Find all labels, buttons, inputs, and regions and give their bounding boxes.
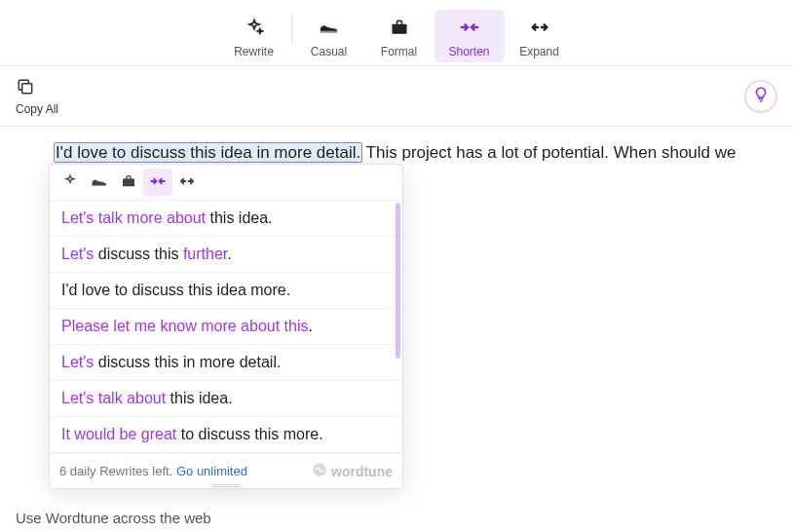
expand-icon bbox=[529, 16, 550, 39]
casual-label: Casual bbox=[311, 45, 347, 58]
suggestion-item[interactable]: Let's talk about this idea. bbox=[50, 381, 402, 417]
suggestion-item[interactable]: It would be great to discuss this more. bbox=[50, 417, 402, 453]
shorten-button[interactable]: Shorten bbox=[434, 10, 505, 62]
main-toolbar: Rewrite Casual Formal Shorten Expand bbox=[0, 0, 793, 66]
rewrite-button[interactable]: Rewrite bbox=[219, 10, 289, 62]
brand-badge[interactable]: wordtune bbox=[312, 462, 393, 480]
copy-all-button[interactable]: Copy All bbox=[16, 77, 58, 116]
briefcase-icon bbox=[390, 16, 409, 39]
suggestion-list: Let's talk more about this idea.Let's di… bbox=[50, 201, 402, 453]
formal-label: Formal bbox=[381, 45, 417, 58]
selected-text[interactable]: I'd love to discuss this idea in more de… bbox=[55, 143, 361, 162]
suggestion-highlight: It would be great bbox=[61, 426, 176, 442]
brand-text: wordtune bbox=[331, 464, 393, 479]
scrollbar-thumb[interactable] bbox=[396, 203, 400, 359]
suggestion-item[interactable]: Let's discuss this further. bbox=[50, 237, 402, 273]
idea-button[interactable] bbox=[744, 80, 777, 113]
suggestion-text: to discuss this more. bbox=[176, 426, 322, 442]
suggestion-highlight: Let's talk about bbox=[61, 390, 166, 406]
shorten-icon bbox=[459, 16, 480, 39]
shorten-label: Shorten bbox=[448, 45, 489, 58]
divider bbox=[291, 14, 292, 43]
page-hint: Use Wordtune across the web bbox=[16, 510, 211, 526]
popup-rewrite-button[interactable] bbox=[56, 169, 85, 196]
suggestion-highlight: Let's bbox=[61, 354, 94, 370]
go-unlimited-link[interactable]: Go unlimited bbox=[176, 464, 247, 478]
suggestion-text: discuss this in more detail. bbox=[94, 354, 281, 370]
svg-rect-0 bbox=[320, 31, 337, 33]
sneaker-icon bbox=[319, 16, 340, 39]
suggestion-item[interactable]: I'd love to discuss this idea more. bbox=[50, 273, 402, 309]
rewrites-left-text: 6 daily Rewrites left. bbox=[59, 464, 176, 478]
secondary-bar: Copy All bbox=[0, 66, 793, 127]
suggestion-item[interactable]: Please let me know more about this. bbox=[50, 309, 402, 345]
formal-button[interactable]: Formal bbox=[364, 10, 434, 62]
suggestion-highlight: Let's bbox=[61, 246, 94, 262]
suggestion-highlight: further bbox=[183, 246, 227, 262]
popup-footer: 6 daily Rewrites left. Go unlimited word… bbox=[50, 453, 402, 488]
copy-all-label: Copy All bbox=[16, 102, 58, 116]
suggestion-text: discuss this bbox=[94, 246, 183, 262]
expand-label: Expand bbox=[519, 45, 559, 58]
sparkle-icon bbox=[245, 16, 264, 39]
suggestion-popup: Let's talk more about this idea.Let's di… bbox=[49, 164, 403, 489]
suggestion-item[interactable]: Let's discuss this in more detail. bbox=[50, 345, 402, 381]
rewrite-label: Rewrite bbox=[234, 45, 274, 58]
expand-icon bbox=[178, 174, 196, 190]
copy-icon bbox=[16, 77, 35, 98]
casual-button[interactable]: Casual bbox=[294, 10, 364, 62]
suggestion-text: this idea. bbox=[206, 209, 272, 226]
resize-grip[interactable] bbox=[212, 484, 240, 487]
svg-rect-2 bbox=[22, 83, 32, 93]
suggestion-text: . bbox=[227, 246, 231, 262]
shorten-icon bbox=[149, 174, 167, 190]
svg-rect-1 bbox=[392, 24, 406, 34]
popup-shorten-button[interactable] bbox=[143, 169, 172, 196]
rewrites-left: 6 daily Rewrites left. Go unlimited bbox=[59, 464, 247, 478]
svg-rect-3 bbox=[123, 178, 134, 186]
bulb-icon bbox=[752, 86, 770, 106]
popup-toolbar bbox=[50, 165, 402, 201]
tool-group: Rewrite Casual Formal Shorten Expand bbox=[219, 10, 575, 62]
sparkle-icon bbox=[62, 173, 78, 192]
popup-casual-button[interactable] bbox=[85, 169, 114, 196]
popup-formal-button[interactable] bbox=[114, 169, 143, 196]
expand-button[interactable]: Expand bbox=[505, 10, 575, 62]
popup-expand-button[interactable] bbox=[172, 169, 202, 196]
briefcase-icon bbox=[121, 174, 136, 191]
suggestion-text: . bbox=[308, 318, 312, 334]
suggestion-text: I'd love to discuss this idea more. bbox=[61, 282, 290, 298]
suggestion-item[interactable]: Let's talk more about this idea. bbox=[50, 201, 402, 237]
sneaker-icon bbox=[91, 174, 108, 191]
suggestion-highlight: Please let me know more about this bbox=[61, 318, 308, 334]
brand-icon bbox=[312, 462, 327, 480]
suggestion-text: this idea. bbox=[166, 390, 232, 406]
suggestion-highlight: Let's talk more about bbox=[61, 209, 206, 226]
